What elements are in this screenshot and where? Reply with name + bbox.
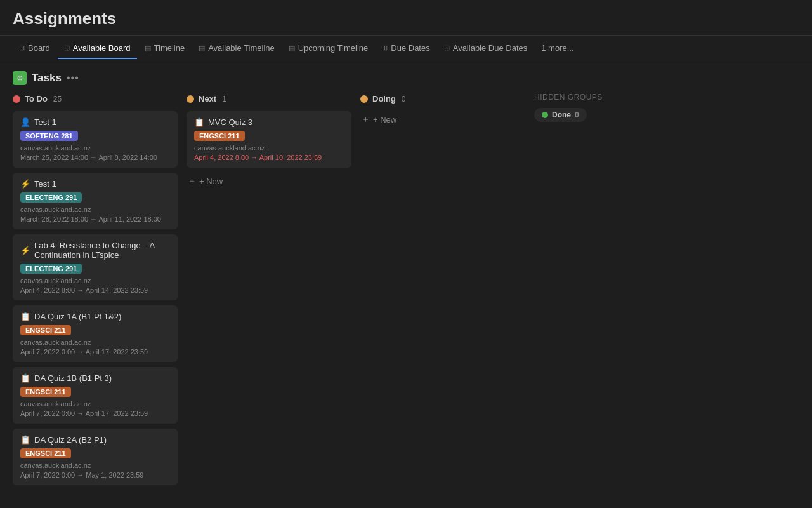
card-icon-person: 👤: [20, 117, 30, 127]
columns-container: To Do 25 👤 Test 1 SOFTENG 281 canvas.auc…: [13, 93, 799, 490]
card-domain: canvas.auckland.ac.nz: [20, 144, 170, 152]
card-icon-bolt2: ⚡: [20, 246, 30, 255]
tag-electeng291: ELECTENG 291: [20, 192, 82, 203]
card-dates: April 7, 2022 0:00 → May 1, 2022 23:59: [20, 471, 170, 479]
tag-electeng291-2: ELECTENG 291: [20, 264, 82, 274]
tab-upcoming-timeline[interactable]: ▤ Upcoming Timeline: [282, 38, 375, 59]
card-icon-quiz1b: 📋: [20, 373, 30, 383]
next-new-button[interactable]: ＋ + New: [187, 173, 351, 189]
plus-icon: ＋: [188, 175, 196, 187]
tab-due-dates[interactable]: ⊞ Due Dates: [376, 38, 436, 59]
card-domain: canvas.auckland.ac.nz: [194, 144, 344, 152]
done-dot: [542, 112, 548, 118]
column-todo: To Do 25 👤 Test 1 SOFTENG 281 canvas.auc…: [13, 93, 178, 490]
hidden-groups: Hidden groups Done 0: [534, 93, 636, 122]
tab-available-due-dates[interactable]: ⊞ Available Due Dates: [438, 38, 534, 59]
card-lab4-electeng[interactable]: ⚡ Lab 4: Resistance to Change – A Contin…: [13, 234, 178, 300]
page-title: Assignments: [13, 9, 799, 29]
card-dates: April 7, 2022 0:00 → April 17, 2022 23:5…: [20, 348, 170, 356]
tab-more[interactable]: 1 more...: [535, 38, 580, 59]
available-due-dates-icon: ⊞: [444, 44, 450, 52]
card-domain: canvas.auckland.ac.nz: [20, 277, 170, 284]
column-header-todo: To Do 25: [13, 93, 178, 105]
card-title: MVC Quiz 3: [208, 117, 252, 127]
card-title: Test 1: [34, 179, 56, 189]
doing-label: Doing: [372, 94, 396, 104]
card-daquiz1a[interactable]: 📋 DA Quiz 1A (B1 Pt 1&2) ENGSCI 211 canv…: [13, 305, 178, 362]
card-dates: April 4, 2022 8:00 → April 14, 2022 23:5…: [20, 286, 170, 294]
timeline-icon: ▤: [145, 44, 151, 52]
done-pill[interactable]: Done 0: [534, 108, 587, 122]
tab-board[interactable]: ⊞ Board: [13, 38, 56, 59]
card-test1-electeng[interactable]: ⚡ Test 1 ELECTENG 291 canvas.auckland.ac…: [13, 173, 178, 229]
tag-engsci211-3: ENGSCI 211: [20, 448, 71, 458]
tasks-icon: ⚙: [13, 71, 27, 85]
tabs-bar: ⊞ Board ⊞ Available Board ▤ Timeline ▤ A…: [0, 36, 812, 62]
next-label: Next: [199, 94, 216, 104]
tab-timeline[interactable]: ▤ Timeline: [138, 38, 192, 59]
card-dates: March 28, 2022 18:00 → April 11, 2022 18…: [20, 215, 170, 223]
page-header: Assignments: [0, 0, 812, 36]
tag-engsci211-next: ENGSCI 211: [194, 131, 245, 141]
board-options-button[interactable]: •••: [67, 72, 79, 84]
board-title-row: ⚙ Tasks •••: [13, 71, 799, 85]
card-title: DA Quiz 2A (B2 P1): [34, 435, 107, 444]
column-header-next: Next 1: [187, 93, 351, 105]
card-mvcquiz3[interactable]: 📋 MVC Quiz 3 ENGSCI 211 canvas.auckland.…: [187, 111, 351, 168]
card-dates: March 25, 2022 14:00 → April 8, 2022 14:…: [20, 154, 170, 161]
plus-icon-doing: ＋: [362, 114, 370, 125]
card-daquiz2a[interactable]: 📋 DA Quiz 2A (B2 P1) ENGSCI 211 canvas.a…: [13, 429, 178, 485]
due-dates-icon: ⊞: [382, 44, 388, 52]
card-title: DA Quiz 1B (B1 Pt 3): [34, 373, 112, 383]
board-title: Tasks: [32, 72, 62, 84]
column-next: Next 1 📋 MVC Quiz 3 ENGSCI 211 canvas.au…: [187, 93, 351, 189]
card-dates-overdue: April 4, 2022 8:00 → April 10, 2022 23:5…: [194, 154, 344, 161]
doing-count: 0: [402, 95, 406, 104]
column-header-doing: Doing 0: [360, 93, 525, 105]
card-domain: canvas.auckland.ac.nz: [20, 462, 170, 469]
todo-count: 25: [53, 95, 62, 104]
tab-available-board[interactable]: ⊞ Available Board: [58, 38, 137, 59]
done-count: 0: [575, 110, 579, 119]
todo-dot: [13, 95, 20, 103]
card-domain: canvas.auckland.ac.nz: [20, 206, 170, 213]
tab-available-timeline[interactable]: ▤ Available Timeline: [192, 38, 281, 59]
card-icon-quiz3: 📋: [194, 117, 204, 127]
card-domain: canvas.auckland.ac.nz: [20, 338, 170, 346]
column-doing: Doing 0 ＋ + New: [360, 93, 525, 128]
card-icon-quiz2a: 📋: [20, 435, 30, 444]
upcoming-timeline-icon: ▤: [289, 44, 295, 52]
card-icon-quiz1a: 📋: [20, 312, 30, 321]
todo-label: To Do: [25, 94, 48, 104]
board-section: ⚙ Tasks ••• To Do 25 👤 Test 1 SOFTENG 28…: [0, 62, 812, 490]
card-dates: April 7, 2022 0:00 → April 17, 2022 23:5…: [20, 410, 170, 417]
tag-engsci211-1: ENGSCI 211: [20, 325, 71, 335]
card-title: Test 1: [34, 117, 56, 127]
tag-softeng281: SOFTENG 281: [20, 131, 78, 141]
card-test1-softeng[interactable]: 👤 Test 1 SOFTENG 281 canvas.auckland.ac.…: [13, 111, 178, 168]
card-daquiz1b[interactable]: 📋 DA Quiz 1B (B1 Pt 3) ENGSCI 211 canvas…: [13, 367, 178, 424]
card-icon-bolt: ⚡: [20, 179, 30, 189]
hidden-groups-label: Hidden groups: [534, 93, 636, 102]
card-title: Lab 4: Resistance to Change – A Continua…: [34, 241, 170, 260]
done-label: Done: [552, 110, 571, 119]
next-count: 1: [222, 95, 226, 104]
next-dot: [187, 95, 194, 103]
available-board-icon: ⊞: [64, 44, 70, 52]
available-timeline-icon: ▤: [199, 44, 205, 52]
doing-dot: [360, 95, 368, 103]
board-icon: ⊞: [19, 44, 25, 52]
tag-engsci211-2: ENGSCI 211: [20, 387, 71, 397]
card-domain: canvas.auckland.ac.nz: [20, 400, 170, 408]
doing-new-button[interactable]: ＋ + New: [360, 111, 525, 128]
card-title: DA Quiz 1A (B1 Pt 1&2): [34, 312, 121, 321]
